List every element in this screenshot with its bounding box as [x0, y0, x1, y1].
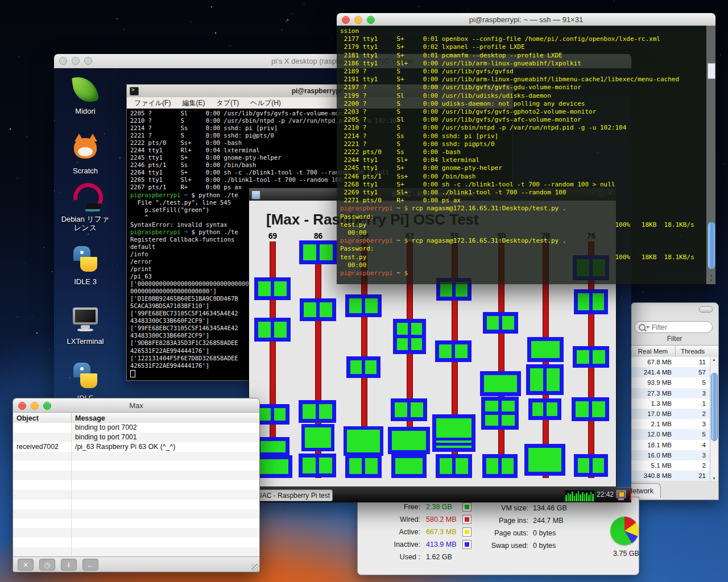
back-button[interactable]: ←: [82, 559, 98, 571]
console-row[interactable]: received7002/pi_63 Raspberry Pi 63 OK (^…: [13, 442, 259, 452]
slider-handle[interactable]: [254, 277, 291, 300]
number-box[interactable]: 69: [264, 231, 281, 241]
close-button[interactable]: [18, 402, 26, 410]
process-row[interactable]: 27.3 MB3: [631, 388, 710, 398]
slider-handle[interactable]: [346, 356, 380, 378]
resize-grip[interactable]: [708, 276, 715, 284]
scroll-up-arrow[interactable]: ▲: [710, 357, 718, 361]
console-row[interactable]: [13, 480, 259, 490]
console-titlebar[interactable]: Max: [13, 398, 259, 413]
slider-handle[interactable]: [482, 454, 518, 478]
console-table-header[interactable]: Object Message: [13, 412, 259, 424]
slider-handle[interactable]: [255, 404, 289, 425]
toolbar-pill-button[interactable]: [699, 306, 713, 313]
close-button[interactable]: [59, 57, 67, 65]
slider-handle[interactable]: [299, 400, 336, 423]
slider-handle[interactable]: [391, 398, 427, 421]
process-row[interactable]: 93.9 MB5: [631, 377, 710, 388]
scrollbar-thumb[interactable]: [711, 373, 718, 441]
menu-item[interactable]: ファイル(F): [129, 98, 176, 109]
minimize-button[interactable]: [72, 57, 80, 65]
clock-button[interactable]: ◷: [39, 559, 55, 571]
process-row[interactable]: 241.4 MB57: [631, 367, 710, 377]
slider-handle[interactable]: [436, 454, 472, 478]
slider-handle[interactable]: [391, 454, 427, 478]
column-threads[interactable]: Threads: [676, 346, 710, 357]
slider-handle[interactable]: [301, 424, 334, 451]
column-real-mem[interactable]: Real Mem: [631, 346, 676, 357]
logout-power-button[interactable]: [630, 490, 631, 501]
slider-handle[interactable]: [257, 437, 289, 456]
process-row[interactable]: 1.3 MB1: [631, 398, 710, 409]
slider-handle[interactable]: [254, 318, 291, 342]
slider-handle[interactable]: [388, 427, 430, 454]
process-row[interactable]: 16.0 MB3: [631, 450, 710, 460]
console-row[interactable]: [13, 490, 259, 500]
slider-handle[interactable]: [524, 444, 565, 476]
console-row[interactable]: [13, 518, 259, 528]
process-row[interactable]: 340.8 MB21: [631, 471, 710, 481]
desktop-icon-debian-reference[interactable]: Debian リファ レンス: [54, 182, 117, 232]
slider-handle[interactable]: [572, 397, 609, 421]
clear-button[interactable]: ✕: [18, 559, 34, 571]
slider-handle[interactable]: [483, 312, 518, 334]
close-button[interactable]: [342, 16, 350, 24]
console-row[interactable]: binding to port 7002: [13, 423, 259, 433]
desktop-icon-midori[interactable]: Midori: [54, 74, 117, 115]
slider-handle[interactable]: [299, 454, 336, 477]
resize-grip[interactable]: [251, 564, 259, 571]
process-row[interactable]: 2.1 MB3: [631, 419, 710, 429]
console-row[interactable]: [13, 538, 259, 547]
terminal-output[interactable]: ssion 2177 tty1 S+ 0:01 openbox --config…: [337, 26, 715, 284]
menu-item[interactable]: 編集(E): [177, 98, 210, 109]
zoom-button[interactable]: [43, 402, 51, 410]
slider-handle[interactable]: [299, 240, 337, 264]
slider-handle[interactable]: [574, 454, 608, 477]
slider-handle[interactable]: [345, 454, 382, 478]
slider-handle[interactable]: [527, 337, 564, 362]
console-row[interactable]: [13, 452, 259, 462]
slider-handle[interactable]: [435, 340, 471, 362]
minimize-button[interactable]: [354, 16, 362, 24]
slider-handle[interactable]: [481, 397, 519, 430]
slider-handle[interactable]: [528, 398, 561, 420]
menu-item[interactable]: タブ(T): [211, 98, 244, 109]
zoom-button[interactable]: [367, 16, 375, 24]
slider-handle[interactable]: [344, 426, 383, 456]
process-row[interactable]: 67.8 MB11: [631, 357, 710, 367]
filter-input[interactable]: [651, 323, 710, 332]
screen-lock-icon[interactable]: [616, 490, 626, 498]
process-row[interactable]: 17.0 MB2: [631, 409, 710, 419]
filter-field[interactable]: [634, 321, 713, 333]
zoom-button[interactable]: [84, 57, 92, 65]
menu-item[interactable]: ヘルプ(H): [245, 98, 286, 109]
ssh-titlebar[interactable]: pi@raspberrypi: ~ — ssh — 91×31: [337, 13, 715, 26]
process-row[interactable]: 5.1 MB2: [631, 460, 710, 471]
console-row[interactable]: binding to port 7001: [13, 433, 259, 442]
taskbar-item-suac[interactable]: SUAC - Raspberry Pi test: [249, 489, 333, 501]
info-button[interactable]: i: [61, 559, 77, 571]
desktop-icon-idle[interactable]: IDLE: [54, 361, 117, 402]
process-row[interactable]: 18.1 MB4: [631, 440, 710, 450]
slider-handle[interactable]: [345, 294, 382, 317]
table-header[interactable]: Real Mem Threads: [631, 345, 718, 357]
desktop-icon-scratch[interactable]: Scratch: [54, 134, 117, 175]
slider-handle[interactable]: [432, 414, 475, 452]
console-row[interactable]: [13, 461, 259, 471]
console-row[interactable]: [13, 509, 259, 519]
column-message[interactable]: Message: [72, 413, 259, 423]
scroll-down-arrow[interactable]: ▼: [710, 476, 718, 480]
slider-handle[interactable]: [574, 289, 608, 314]
scrollbar[interactable]: ▲▼: [706, 26, 715, 284]
desktop-icon-lxterminal[interactable]: LXTerminal: [54, 304, 117, 346]
process-row[interactable]: 12.0 MB5: [631, 429, 710, 439]
taskbar-clock[interactable]: 22:42: [597, 490, 614, 498]
scrollbar[interactable]: ▲ ▼: [710, 357, 718, 481]
slider-handle[interactable]: [573, 346, 609, 368]
slider-handle[interactable]: [526, 364, 564, 395]
slider-handle[interactable]: [480, 371, 521, 396]
number-box[interactable]: 86: [309, 231, 326, 241]
scrollbar-thumb[interactable]: [708, 222, 715, 269]
console-row[interactable]: [13, 471, 259, 480]
scrollbar-box[interactable]: [708, 63, 715, 79]
